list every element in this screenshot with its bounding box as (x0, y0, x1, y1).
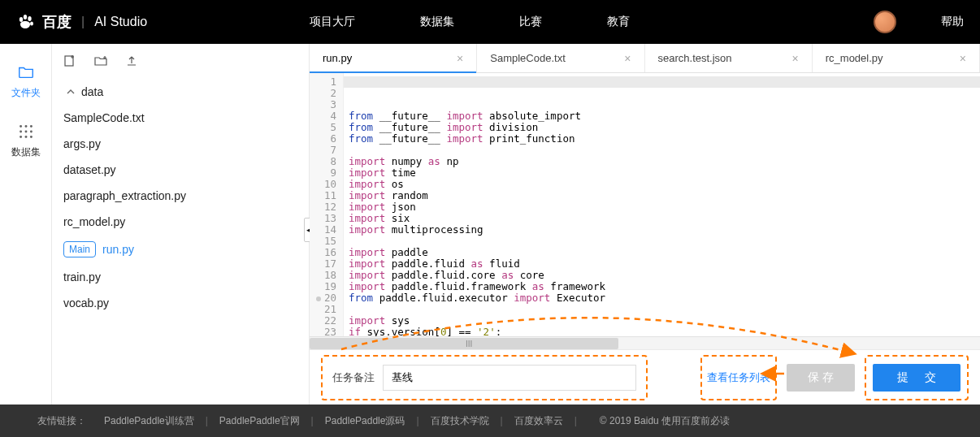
footer-link-0[interactable]: PaddlePaddle训练营 (104, 414, 194, 428)
footer-link-1[interactable]: PaddlePaddle官网 (219, 414, 300, 428)
svg-point-9 (29, 131, 32, 133)
remark-input[interactable] (383, 365, 636, 391)
svg-point-2 (28, 16, 31, 21)
svg-point-4 (20, 125, 22, 128)
upload-icon (125, 54, 138, 67)
help-link[interactable]: 帮助 (941, 15, 964, 29)
file-dataset[interactable]: dataset.py (63, 157, 309, 183)
footer-link-2[interactable]: PaddlePaddle源码 (325, 414, 405, 428)
file-vocab[interactable]: vocab.py (63, 290, 309, 316)
line-gutter: 123456789101112131415161718192021222324 (310, 73, 344, 336)
brand-cn: 百度 (42, 12, 72, 32)
baidu-paw-icon (16, 12, 36, 32)
top-header: 百度 | AI Studio 项目大厅 数据集 比赛 教育 帮助 (0, 0, 980, 44)
footer-label: 友情链接： (37, 414, 86, 428)
dataset-icon (17, 123, 35, 141)
footer-link-4[interactable]: 百度效率云 (514, 414, 563, 428)
editor-area: ◀ run.py× SampleCode.txt× search.test.js… (309, 44, 980, 405)
remark-label: 任务备注 (332, 370, 375, 385)
tab-search-test[interactable]: search.test.json× (645, 44, 813, 72)
main-badge: Main (63, 241, 96, 257)
iconbar-files-label: 文件夹 (11, 86, 41, 100)
code-editor[interactable]: 123456789101112131415161718192021222324 … (310, 73, 980, 336)
svg-point-6 (29, 125, 32, 128)
nav-compete[interactable]: 比赛 (519, 15, 542, 29)
file-tree: data SampleCode.txt args.py dataset.py p… (52, 79, 309, 316)
new-file-icon (63, 54, 76, 67)
svg-point-8 (24, 131, 27, 133)
svg-point-3 (30, 21, 33, 25)
nav-dataset[interactable]: 数据集 (420, 15, 454, 29)
close-icon[interactable]: × (624, 52, 631, 65)
svg-point-12 (29, 136, 32, 138)
scroll-tick: III (466, 340, 472, 348)
scroll-thumb[interactable] (310, 338, 618, 349)
file-sidebar: data SampleCode.txt args.py dataset.py p… (52, 44, 309, 405)
svg-point-7 (20, 131, 22, 133)
view-task-link[interactable]: 查看任务列表 (707, 370, 770, 385)
footer: 友情链接： PaddlePaddle训练营| PaddlePaddle官网| P… (0, 405, 980, 437)
iconbar-dataset[interactable]: 数据集 (11, 123, 41, 159)
folder-label: data (81, 85, 103, 98)
new-folder-button[interactable] (94, 54, 107, 67)
close-icon[interactable]: × (457, 52, 463, 65)
upload-button[interactable] (125, 54, 138, 67)
file-train[interactable]: train.py (63, 264, 309, 290)
view-task-highlight: 查看任务列表 (700, 355, 777, 400)
remark-highlight: 任务备注 (321, 355, 648, 400)
footer-copy: © 2019 Baidu 使用百度前必读 (600, 414, 730, 428)
submit-highlight: 提 交 (865, 355, 969, 400)
brand-suffix: AI Studio (94, 15, 147, 29)
file-rc-model[interactable]: rc_model.py (63, 209, 309, 235)
svg-point-1 (24, 15, 27, 19)
avatar[interactable] (874, 11, 896, 33)
file-paragraph-extraction[interactable]: paragraph_extraction.py (63, 183, 309, 209)
logo-separator: | (81, 15, 85, 29)
top-nav: 项目大厅 数据集 比赛 教育 (310, 15, 630, 29)
iconbar-files[interactable]: 文件夹 (11, 63, 41, 100)
submit-button[interactable]: 提 交 (873, 364, 960, 392)
nav-lobby[interactable]: 项目大厅 (310, 15, 355, 29)
horizontal-scrollbar[interactable]: III (310, 336, 980, 349)
tab-rc-model[interactable]: rc_model.py× (813, 44, 980, 72)
close-icon[interactable]: × (960, 52, 966, 65)
editor-tabs: run.py× SampleCode.txt× search.test.json… (310, 44, 980, 73)
new-file-button[interactable] (63, 54, 76, 67)
main-body: 文件夹 数据集 data SampleCode.txt args.py data… (0, 44, 980, 405)
nav-edu[interactable]: 教育 (607, 15, 630, 29)
folder-icon (17, 63, 35, 81)
iconbar: 文件夹 数据集 (0, 44, 52, 405)
svg-point-11 (24, 136, 27, 138)
current-line-highlight (344, 76, 980, 88)
footer-link-3[interactable]: 百度技术学院 (431, 414, 489, 428)
logo-area: 百度 | AI Studio (16, 12, 147, 32)
svg-point-0 (20, 17, 23, 22)
file-samplecode[interactable]: SampleCode.txt (63, 105, 309, 131)
iconbar-dataset-label: 数据集 (11, 145, 41, 159)
tab-run[interactable]: run.py× (310, 44, 477, 72)
sidebar-toolbar (52, 54, 309, 79)
chevron-up-icon (67, 88, 75, 96)
file-args[interactable]: args.py (63, 131, 309, 157)
svg-point-5 (24, 125, 27, 128)
tab-samplecode[interactable]: SampleCode.txt× (477, 44, 644, 72)
action-bar: 任务备注 查看任务列表 保 存 提 交 (310, 349, 980, 405)
header-right: 帮助 (874, 11, 964, 33)
svg-point-10 (20, 136, 22, 138)
code-pane[interactable]: from __future__ import absolute_importfr… (344, 73, 980, 336)
new-folder-icon (94, 54, 107, 67)
folder-data[interactable]: data (63, 79, 309, 105)
close-icon[interactable]: × (792, 52, 799, 65)
save-button[interactable]: 保 存 (787, 364, 855, 392)
file-run[interactable]: Mainrun.py (63, 235, 309, 264)
